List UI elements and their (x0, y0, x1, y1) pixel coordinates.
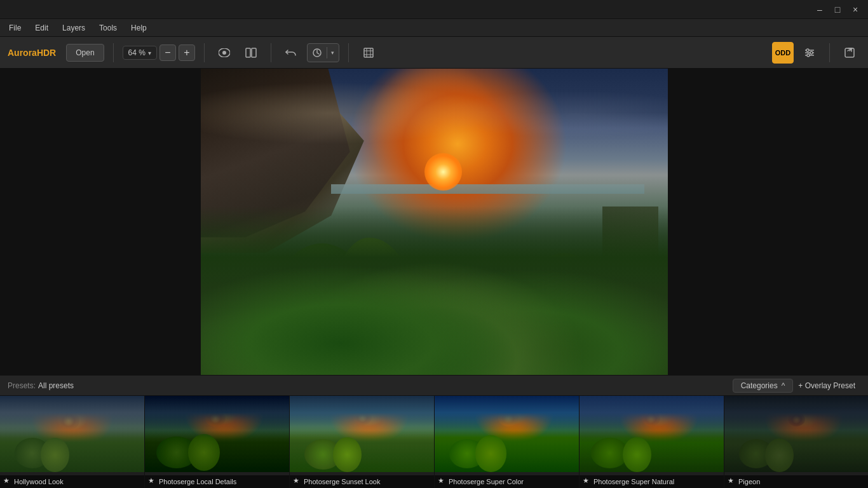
history-button[interactable] (308, 44, 327, 62)
menu-layers[interactable]: Layers (56, 21, 92, 35)
zoom-display[interactable]: 64 % (123, 46, 157, 60)
categories-button[interactable]: Categories ^ (733, 379, 794, 393)
bottom-panel: Presets: All presets Categories ^ + Over… (0, 375, 868, 488)
rock-boulder-2 (331, 238, 415, 376)
adjustments-icon (804, 48, 815, 58)
title-bar: – □ × (0, 0, 868, 19)
hdr-mode-label: ODD (775, 49, 790, 57)
minimize-button[interactable]: – (812, 3, 827, 16)
preset-name-2: Photoserge Local Details (159, 478, 236, 485)
photo-canvas (201, 69, 668, 375)
zoom-chevron-icon (148, 48, 151, 57)
eye-icon (219, 48, 230, 57)
sun (424, 153, 462, 191)
categories-label: Categories (741, 381, 778, 390)
preset-item-6[interactable]: ★ Pigeon (724, 396, 868, 488)
svg-point-1 (222, 51, 226, 55)
svg-rect-2 (246, 48, 250, 57)
preset-star-2: ★ (148, 477, 154, 485)
compare-button[interactable] (240, 42, 262, 64)
app-logo: AuroraHDR (8, 48, 56, 58)
preset-label-4: ★ Photoserge Super Color (435, 475, 579, 488)
separator-4 (348, 43, 349, 62)
toolbar: AuroraHDR Open 64 % − + (0, 37, 868, 69)
zoom-level: 64 % (128, 48, 146, 57)
svg-rect-5 (364, 48, 373, 57)
maximize-button[interactable]: □ (830, 3, 845, 16)
horizon-water (331, 184, 644, 194)
presets-strip: ★ Hollywood Look ★ Photoserge Local Deta… (0, 396, 868, 488)
preset-star-5: ★ (583, 477, 589, 485)
preset-name-4: Photoserge Super Color (449, 478, 524, 485)
crop-icon (363, 47, 374, 58)
rock-boulder-4 (458, 266, 532, 353)
preset-item-5[interactable]: ★ Photoserge Super Natural (580, 396, 724, 488)
main-content (0, 69, 868, 375)
presets-value: All presets (38, 381, 74, 390)
preset-label-5: ★ Photoserge Super Natural (580, 475, 724, 488)
preset-item-1[interactable]: ★ Hollywood Look (0, 396, 145, 488)
preset-thumb-4 (435, 396, 579, 472)
overlay-preset-button[interactable]: + Overlay Preset (793, 379, 860, 392)
presets-label: Presets: (8, 381, 36, 390)
adjustments-button[interactable] (799, 42, 820, 64)
preset-item-4[interactable]: ★ Photoserge Super Color (435, 396, 580, 488)
export-button[interactable] (839, 42, 860, 64)
rock-boulder-5 (518, 253, 611, 375)
export-icon (844, 47, 855, 58)
svg-rect-3 (252, 48, 256, 57)
preset-name-3: Photoserge Sunset Look (304, 478, 380, 485)
preset-name-6: Pigeon (738, 478, 760, 485)
history-chevron-icon: ▾ (331, 50, 334, 56)
separator-2 (204, 43, 205, 62)
zoom-control: 64 % − + (123, 44, 195, 61)
preset-item-2[interactable]: ★ Photoserge Local Details (145, 396, 290, 488)
zoom-out-button[interactable]: − (159, 44, 176, 61)
svg-point-13 (806, 49, 809, 51)
clouds-right (434, 91, 668, 138)
canvas-area (0, 69, 868, 375)
menu-bar: File Edit Layers Tools Help (0, 19, 868, 37)
history-dropdown-button[interactable]: ▾ (327, 44, 339, 62)
small-rock-1 (378, 297, 402, 315)
separator-3 (271, 43, 271, 62)
view-button[interactable] (214, 42, 235, 64)
rock-boulder-3 (397, 262, 462, 372)
hdr-mode-button[interactable]: ODD (772, 42, 794, 64)
svg-point-14 (810, 51, 813, 54)
open-button[interactable]: Open (66, 44, 104, 62)
svg-point-15 (807, 54, 810, 57)
water-pool (364, 274, 513, 330)
presets-header: Presets: All presets Categories ^ + Over… (0, 376, 868, 396)
preset-label-2: ★ Photoserge Local Details (145, 475, 289, 488)
preset-label-6: ★ Pigeon (724, 475, 868, 488)
compare-icon (245, 48, 257, 58)
preset-thumb-3 (290, 396, 434, 472)
preset-star-6: ★ (728, 477, 734, 485)
close-button[interactable]: × (848, 3, 863, 16)
menu-help[interactable]: Help (125, 21, 153, 35)
rock-boulder-1 (271, 243, 374, 362)
undo-button[interactable] (280, 42, 302, 64)
preset-star-3: ★ (293, 477, 299, 485)
preset-item-3[interactable]: ★ Photoserge Sunset Look (290, 396, 435, 488)
menu-file[interactable]: File (3, 21, 27, 35)
menu-tools[interactable]: Tools (93, 21, 123, 35)
preset-name-5: Photoserge Super Natural (593, 478, 674, 485)
preset-label-3: ★ Photoserge Sunset Look (290, 475, 434, 488)
photo-background (201, 69, 668, 375)
categories-chevron-icon: ^ (782, 381, 785, 390)
menu-edit[interactable]: Edit (29, 21, 55, 35)
preset-label-1: ★ Hollywood Look (0, 475, 144, 488)
separator-1 (113, 43, 114, 62)
separator-5 (829, 43, 830, 62)
history-group: ▾ (307, 43, 339, 62)
preset-thumb-6 (724, 396, 868, 472)
crop-button[interactable] (358, 42, 379, 64)
zoom-in-button[interactable]: + (179, 44, 195, 61)
title-bar-right: – □ × (812, 3, 863, 16)
preset-thumb-1 (0, 396, 144, 472)
rock-right-edge (602, 207, 658, 362)
history-icon (312, 48, 322, 58)
preset-star-1: ★ (3, 477, 10, 485)
